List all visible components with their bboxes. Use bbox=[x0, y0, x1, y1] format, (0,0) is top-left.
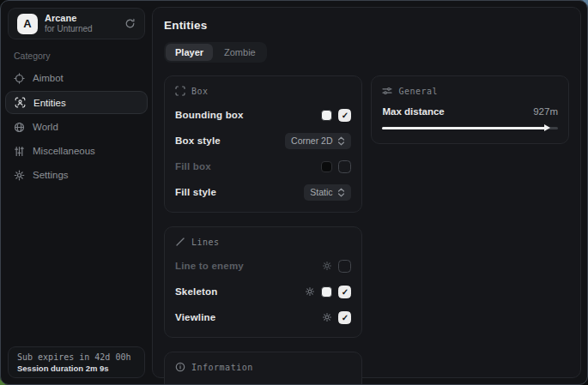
logo-card: A Arcane for Unturned bbox=[8, 8, 145, 39]
app-subtitle: for Unturned bbox=[45, 24, 93, 34]
color-swatch[interactable] bbox=[321, 161, 332, 172]
sidebar-item-entities[interactable]: Entities bbox=[5, 91, 148, 114]
category-label: Category bbox=[14, 51, 152, 61]
app-name: Arcane bbox=[45, 13, 93, 24]
row-fill-box: Fill box ✓ bbox=[175, 158, 351, 175]
subscription-status-card: Sub expires in 42d 00h Session duration … bbox=[8, 346, 145, 378]
row-bounding-box: Bounding box ✓ bbox=[175, 106, 351, 123]
max-distance-fill bbox=[382, 127, 545, 129]
max-distance-label: Max distance bbox=[382, 106, 444, 117]
sliders-icon bbox=[382, 86, 392, 96]
row-fill-style: Fill style Static bbox=[175, 183, 351, 201]
line-to-enemy-checkbox[interactable]: ✓ bbox=[338, 260, 351, 273]
tab-player[interactable]: Player bbox=[166, 44, 213, 61]
chevrons-up-down-icon bbox=[337, 136, 345, 146]
sidebar-item-settings[interactable]: Settings bbox=[1, 163, 152, 187]
max-distance-value: 927m bbox=[533, 106, 558, 117]
sidebar-item-label: Aimbot bbox=[33, 73, 64, 83]
chevrons-up-down-icon bbox=[337, 188, 345, 197]
main-panel: Entities Player Zombie Box bbox=[152, 7, 581, 378]
bars-icon bbox=[14, 146, 25, 157]
app-window: A Arcane for Unturned Category bbox=[0, 0, 588, 385]
refresh-icon[interactable] bbox=[124, 18, 136, 29]
sidebar-item-aimbot[interactable]: Aimbot bbox=[1, 66, 152, 90]
section-title: Lines bbox=[191, 238, 220, 247]
crosshair-icon bbox=[14, 73, 25, 84]
page-title: Entities bbox=[164, 19, 569, 32]
row-line-to-enemy: Line to enemy ✓ bbox=[175, 257, 351, 274]
box-style-select[interactable]: Corner 2D bbox=[285, 133, 351, 149]
sidebar-item-label: Entities bbox=[33, 98, 66, 108]
section-title: Information bbox=[191, 363, 253, 372]
row-skeleton: Skeleton ✓ bbox=[175, 283, 351, 300]
sidebar: A Arcane for Unturned Category bbox=[1, 1, 152, 384]
scan-user-icon bbox=[15, 97, 26, 108]
entity-tabs: Player Zombie bbox=[164, 42, 267, 63]
session-duration-text: Session duration 2m 9s bbox=[17, 364, 136, 373]
row-box-style: Box style Corner 2D bbox=[175, 132, 351, 149]
lines-section-card: Lines Line to enemy bbox=[164, 226, 362, 338]
configure-gear-icon[interactable] bbox=[322, 312, 332, 322]
globe-icon bbox=[14, 122, 25, 133]
section-title: Box bbox=[191, 87, 209, 96]
color-swatch[interactable] bbox=[321, 286, 332, 298]
skeleton-checkbox[interactable]: ✓ bbox=[338, 286, 351, 298]
viewline-checkbox[interactable]: ✓ bbox=[338, 311, 351, 324]
sidebar-item-miscellaneous[interactable]: Miscellaneous bbox=[1, 139, 152, 163]
sidebar-item-world[interactable]: World bbox=[1, 115, 152, 139]
general-section-card: General Max distance 927m bbox=[371, 75, 569, 144]
max-distance-slider[interactable] bbox=[382, 124, 558, 132]
sub-expiry-text: Sub expires in 42d 00h bbox=[17, 352, 136, 362]
information-section-card: Information Name ✓ Distance bbox=[164, 352, 362, 385]
sidebar-item-label: Miscellaneous bbox=[33, 146, 95, 156]
info-icon bbox=[175, 362, 185, 372]
row-viewline: Viewline ✓ bbox=[175, 309, 351, 326]
sidebar-item-label: World bbox=[33, 122, 58, 132]
configure-gear-icon[interactable] bbox=[322, 261, 332, 271]
sidebar-nav: Aimbot Entities bbox=[1, 66, 152, 187]
diagonal-line-icon bbox=[175, 237, 185, 247]
fill-style-select[interactable]: Static bbox=[304, 184, 351, 201]
color-swatch[interactable] bbox=[321, 110, 332, 121]
section-title: General bbox=[398, 87, 438, 96]
bounding-box-checkbox[interactable]: ✓ bbox=[338, 109, 351, 122]
sidebar-item-label: Settings bbox=[33, 170, 69, 180]
gear-icon bbox=[14, 170, 25, 181]
tab-zombie[interactable]: Zombie bbox=[215, 44, 265, 61]
app-logo: A bbox=[17, 14, 38, 34]
slider-thumb[interactable] bbox=[544, 124, 550, 131]
box-corners-icon bbox=[175, 86, 185, 96]
box-section-card: Box Bounding box ✓ Box style bbox=[164, 75, 362, 213]
fill-box-checkbox[interactable]: ✓ bbox=[338, 160, 351, 173]
configure-gear-icon[interactable] bbox=[305, 286, 315, 297]
